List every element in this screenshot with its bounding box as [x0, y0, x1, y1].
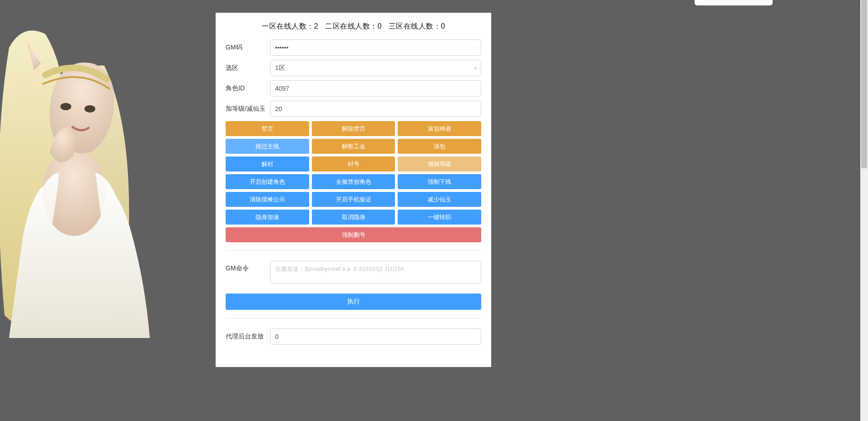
zone-select-label: 选区 [226, 64, 270, 72]
top-tab-stub [695, 0, 773, 5]
divider-2 [226, 318, 481, 318]
agent-dispatch-input[interactable] [270, 328, 481, 345]
reduce-jade-button[interactable]: 减少仙玉 [398, 192, 481, 207]
force-delete-button[interactable]: 强制删号 [226, 227, 481, 242]
svg-point-2 [84, 105, 95, 113]
svg-point-0 [42, 150, 106, 236]
unmute-button[interactable]: 解除禁言 [312, 121, 395, 136]
zone3-count: 0 [441, 22, 445, 30]
divider [226, 250, 481, 251]
background-character-art [0, 20, 186, 343]
role-id-input[interactable] [270, 80, 481, 97]
one-key-job-button[interactable]: 一键转职 [398, 210, 481, 225]
gm-command-input[interactable] [270, 261, 481, 284]
scrollbar-track[interactable] [860, 0, 868, 421]
zone2-label: 二区在线人数： [325, 22, 378, 30]
level-input[interactable] [270, 101, 481, 117]
enable-phone-verify-button[interactable]: 开启手机验证 [312, 192, 395, 207]
zone2-count: 0 [378, 22, 382, 30]
ban-button[interactable]: 封号 [312, 157, 395, 171]
add-level-button[interactable]: 增加等级 [398, 157, 481, 171]
clear-stall-button[interactable]: 清除摆摊公示 [226, 192, 309, 207]
gm-code-input[interactable] [270, 39, 481, 56]
disable-create-role-button[interactable]: 全服禁创角色 [312, 174, 395, 189]
skip-main-button[interactable]: 跳过主线 [226, 139, 309, 154]
svg-point-1 [60, 103, 71, 110]
mute-button[interactable]: 禁言 [226, 121, 309, 136]
level-label: 加等级/减仙玉 [226, 105, 270, 113]
gm-code-label: GM码 [226, 44, 270, 52]
force-offline-button[interactable]: 强制下线 [398, 174, 481, 189]
scrollbar-thumb[interactable] [861, 0, 867, 168]
zone1-count: 2 [314, 22, 318, 30]
unban-button[interactable]: 解封 [226, 157, 309, 171]
zone1-label: 一区在线人数： [261, 22, 314, 30]
admin-panel: 一区在线人数：2 二区在线人数：0 三区在线人数：0 GM码 ○ 选区 ▾ 角色… [216, 13, 491, 367]
execute-button[interactable]: 执行 [226, 294, 481, 310]
online-count-header: 一区在线人数：2 二区在线人数：0 三区在线人数：0 [226, 22, 481, 31]
planner-tool-button[interactable]: 策划神器 [398, 121, 481, 136]
zone3-label: 三区在线人数： [389, 22, 441, 30]
cancel-stealth-button[interactable]: 取消隐身 [312, 210, 395, 225]
agent-dispatch-label: 代理后台发放 [226, 333, 270, 341]
enable-create-role-button[interactable]: 开启创建角色 [226, 174, 309, 189]
stealth-speed-button[interactable]: 隐身加速 [226, 210, 309, 225]
zone-select[interactable] [270, 60, 481, 76]
gm-command-label: GM命令 [226, 261, 270, 273]
role-id-label: 角色ID [226, 84, 270, 93]
clear-bag-button[interactable]: 清包 [398, 139, 481, 154]
disband-guild-button[interactable]: 解散工会 [312, 139, 395, 154]
